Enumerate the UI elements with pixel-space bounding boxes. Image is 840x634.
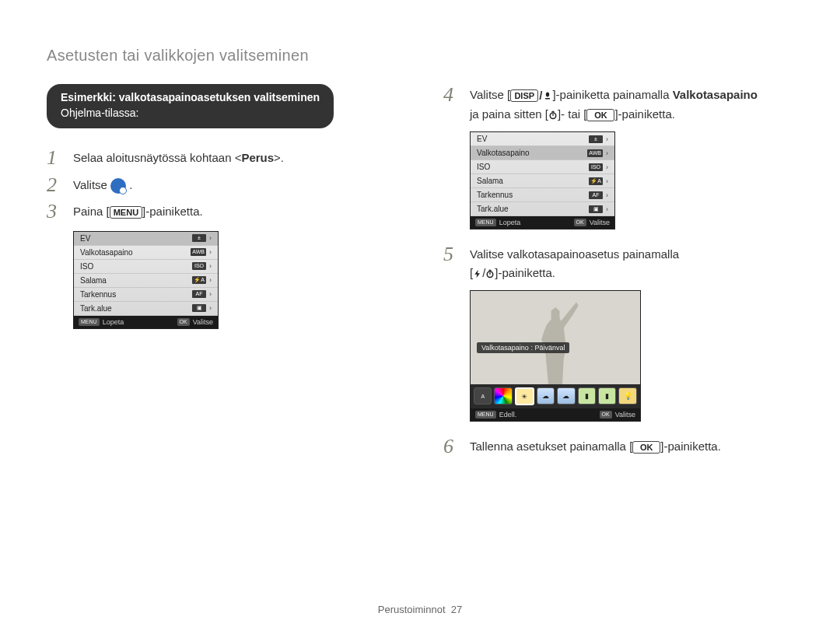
left-column: Esimerkki: valkotasapainoasetuksen valit… bbox=[47, 84, 397, 463]
area-icon: ▣ bbox=[589, 205, 603, 213]
ok-mini-button: OK bbox=[600, 411, 612, 419]
step-6: 6 Tallenna asetukset painamalla [OK]-pai… bbox=[443, 436, 793, 458]
callout-line1: Esimerkki: valkotasapainoasetuksen valit… bbox=[61, 90, 320, 106]
content-columns: Esimerkki: valkotasapainoasetuksen valit… bbox=[47, 84, 793, 463]
step-3: 3 Paina [MENU]-painiketta. bbox=[47, 201, 397, 223]
callout-line2: Ohjelma-tilassa: bbox=[61, 106, 320, 121]
timer-icon bbox=[485, 269, 495, 278]
camera-screen-wb: Valkotasapaino : Päivänval A ☀ ☁ ☁ ▮ ▮ 💡… bbox=[470, 290, 641, 422]
step-body: Selaa aloitusnäytössä kohtaan <Perus>. bbox=[73, 147, 397, 170]
ok-button-icon: OK bbox=[586, 109, 614, 121]
flash-icon bbox=[473, 269, 482, 278]
menu-row-flash: Salama⚡A› bbox=[74, 274, 218, 288]
wb-chip-auto: A bbox=[474, 387, 492, 405]
ok-mini-button: OK bbox=[574, 219, 586, 226]
wb-chip-fluorescent2: ▮ bbox=[598, 387, 616, 405]
step-body: Paina [MENU]-painiketta. bbox=[73, 201, 397, 223]
iso-icon: ISO bbox=[589, 163, 603, 171]
mode-dial-icon bbox=[110, 178, 126, 194]
wb-chip-tungsten: 💡 bbox=[618, 387, 636, 405]
step-5: 5 Valitse valkotasapainoasetus painamall… bbox=[443, 243, 793, 282]
menu-mini-button: MENU bbox=[475, 411, 496, 419]
awb-icon: AWB bbox=[191, 248, 206, 256]
person-silhouette bbox=[520, 299, 590, 384]
step-body: Tallenna asetukset painamalla [OK]-paini… bbox=[470, 436, 793, 458]
menu-row-focus: TarkennusAF› bbox=[74, 288, 218, 302]
page-title: Asetusten tai valikkojen valitseminen bbox=[47, 47, 793, 65]
ev-icon: ± bbox=[589, 135, 603, 143]
step-1: 1 Selaa aloitusnäytössä kohtaan <Perus>. bbox=[47, 147, 397, 170]
step-number: 6 bbox=[443, 436, 462, 458]
awb-icon: AWB bbox=[587, 149, 603, 157]
ev-icon: ± bbox=[192, 234, 206, 242]
menu-row-iso: ISOISO› bbox=[471, 160, 614, 174]
step-2: 2 Valitse . bbox=[47, 174, 397, 197]
menu-mini-button: MENU bbox=[79, 318, 100, 326]
step-body: Valitse [DISP/]-painiketta painamalla Va… bbox=[470, 84, 793, 124]
disp-macro-glyph: DISP/ bbox=[510, 86, 552, 105]
right-column: 4 Valitse [DISP/]-painiketta painamalla … bbox=[443, 84, 793, 463]
menu-row-flash: Salama⚡A› bbox=[471, 174, 614, 188]
step-number: 3 bbox=[47, 201, 65, 223]
iso-icon: ISO bbox=[192, 262, 206, 270]
macro-icon bbox=[543, 91, 552, 100]
menu-panel: EV±› ValkotasapainoAWB› ISOISO› Salama⚡A… bbox=[74, 232, 218, 316]
menu-row-ev: EV±› bbox=[74, 232, 218, 246]
wb-chip-custom-rgb bbox=[494, 387, 512, 405]
screen-footer-bar: MENULopeta OKValitse bbox=[471, 216, 614, 229]
example-callout: Esimerkki: valkotasapainoasetuksen valit… bbox=[47, 84, 334, 128]
timer-icon bbox=[548, 110, 558, 120]
menu-mini-button: MENU bbox=[475, 219, 496, 226]
camera-screen-menu-b: EV±› ValkotasapainoAWB› ISOISO› Salama⚡A… bbox=[470, 131, 615, 229]
ok-mini-button: OK bbox=[177, 318, 190, 326]
disp-icon: DISP bbox=[510, 89, 538, 102]
menu-row-focusarea: Tark.alue▣› bbox=[471, 202, 614, 216]
camera-screen-menu-a: EV±› ValkotasapainoAWB› ISOISO› Salama⚡A… bbox=[73, 231, 219, 329]
step-number: 1 bbox=[47, 147, 65, 170]
wb-chip-daylight: ☀ bbox=[515, 387, 534, 405]
wb-chip-cloudy: ☁ bbox=[537, 387, 555, 405]
step-body: Valitse valkotasapainoasetus painamalla … bbox=[470, 243, 793, 282]
menu-row-ev: EV±› bbox=[471, 132, 614, 146]
step-4: 4 Valitse [DISP/]-painiketta painamalla … bbox=[443, 84, 793, 124]
menu-row-focusarea: Tark.alue▣› bbox=[74, 302, 218, 316]
menu-panel: EV±› ValkotasapainoAWB› ISOISO› Salama⚡A… bbox=[471, 132, 614, 216]
step-number: 4 bbox=[443, 84, 462, 124]
wb-option-strip: A ☀ ☁ ☁ ▮ ▮ 💡 bbox=[471, 384, 640, 408]
menu-button-icon: MENU bbox=[110, 206, 142, 219]
af-icon: AF bbox=[192, 290, 206, 298]
step-number: 2 bbox=[47, 174, 65, 197]
menu-row-focus: TarkennusAF› bbox=[471, 188, 614, 202]
ok-button-icon: OK bbox=[632, 441, 660, 454]
step-body: Valitse . bbox=[73, 174, 397, 197]
af-icon: AF bbox=[589, 191, 603, 199]
flash-icon: ⚡A bbox=[192, 276, 206, 284]
page-footer: Perustoiminnot 27 bbox=[0, 604, 840, 615]
menu-row-wb: ValkotasapainoAWB› bbox=[471, 146, 614, 160]
step-number: 5 bbox=[443, 243, 462, 282]
screen-footer-bar: MENUEdell. OKValitse bbox=[471, 408, 640, 421]
menu-row-iso: ISOISO› bbox=[74, 260, 218, 274]
wb-current-label: Valkotasapaino : Päivänval bbox=[477, 342, 569, 353]
screen-footer-bar: MENULopeta OKValitse bbox=[74, 316, 218, 328]
flash-icon: ⚡A bbox=[589, 177, 603, 185]
wb-preview-area: Valkotasapaino : Päivänval bbox=[471, 291, 640, 384]
wb-chip-shade: ☁ bbox=[557, 387, 575, 405]
wb-chip-fluorescent: ▮ bbox=[578, 387, 596, 405]
menu-row-wb: ValkotasapainoAWB› bbox=[74, 246, 218, 260]
area-icon: ▣ bbox=[192, 304, 206, 312]
